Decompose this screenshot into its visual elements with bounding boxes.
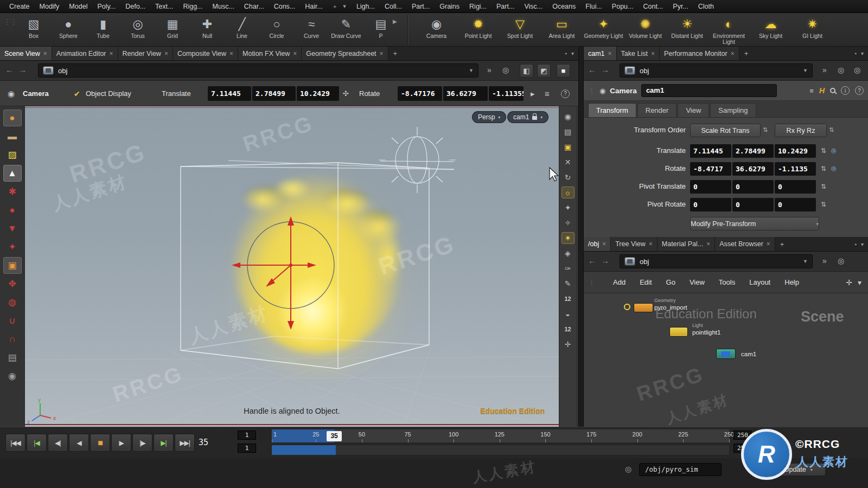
forward-icon[interactable]: → <box>601 65 609 74</box>
two-lights-icon[interactable]: ✦ <box>561 202 575 214</box>
camera-jump-icon[interactable]: ◉ <box>8 81 15 106</box>
global-end-field[interactable]: 250 <box>733 444 752 453</box>
menu-item[interactable]: Oceans <box>547 0 580 12</box>
path-dropdown-icon[interactable]: ▼ <box>803 68 808 73</box>
hq-lighting-icon[interactable]: ✶ <box>561 232 575 244</box>
select-tool-icon[interactable]: ▲ <box>3 165 22 182</box>
tab-obj-network[interactable]: /obj × <box>584 237 611 251</box>
shelf-grip[interactable]: ⋮⋮ <box>3 17 16 26</box>
shelf-tool[interactable]: ✦ Geometry Light <box>583 14 624 45</box>
shelf-overflow-icon[interactable]: ▶ <box>393 18 397 24</box>
menu-item[interactable]: Model <box>64 0 92 12</box>
menu-item[interactable]: Defo... <box>120 0 150 12</box>
shelf-tool[interactable]: ▮ Tube <box>86 14 120 39</box>
jump-start-button[interactable]: |◀◀ <box>5 434 25 452</box>
paint-tool-icon[interactable]: ✱ <box>3 183 22 200</box>
translate-z-field[interactable]: 10.2429 <box>775 144 816 158</box>
new-tab-button[interactable]: + <box>775 237 789 251</box>
pivot-translate-z-field[interactable]: 0 <box>775 180 816 194</box>
display-check-icon[interactable]: ✔ <box>74 89 80 98</box>
playback-range-bar[interactable] <box>271 445 730 455</box>
projection-menu[interactable]: Persp ▾ <box>472 111 506 123</box>
drawer-tool-icon[interactable]: ▤ <box>3 349 22 366</box>
pose-tool-icon[interactable]: ● <box>3 110 22 126</box>
menu-item[interactable]: Musc... <box>208 0 239 12</box>
shelf-tool[interactable]: ▭ Area Light <box>541 14 583 45</box>
sync-target-icon[interactable]: ◎ <box>854 66 860 74</box>
menu-view[interactable]: View <box>690 278 705 286</box>
pin-tool-icon[interactable]: ▼ <box>3 220 22 237</box>
update-mode-select[interactable]: Auto Update ▾ <box>755 463 826 476</box>
lock-view-icon[interactable]: ▣ <box>561 141 575 153</box>
menu-item[interactable]: Modify <box>35 0 65 12</box>
shelf-tool[interactable]: ○ Circle <box>259 14 294 39</box>
spinner-icon[interactable]: ⇅ <box>763 126 768 133</box>
follow-target-icon[interactable]: ◎ <box>838 256 844 265</box>
pointer-mode-icon[interactable]: ▸ <box>531 89 535 99</box>
global-start-field[interactable]: 1 <box>238 444 256 453</box>
tab-motion-fx-view[interactable]: Motion FX View × <box>238 47 302 60</box>
range-start-field[interactable]: 1 <box>238 431 256 440</box>
tab-scene-view[interactable]: Scene View × <box>0 47 52 60</box>
param-tab-sampling[interactable]: Sampling <box>710 103 756 117</box>
menu-item[interactable]: Poly... <box>92 0 120 12</box>
brush-icon[interactable]: ✑ <box>561 262 575 274</box>
shelf-tool[interactable]: ☀ Distant Light <box>666 14 708 45</box>
close-icon[interactable]: × <box>380 50 384 57</box>
path-dropdown-icon[interactable]: ▼ <box>803 259 808 264</box>
ladder-icon[interactable]: ⇅ <box>821 165 826 172</box>
node-name-field[interactable]: cam1 <box>641 84 777 97</box>
tab-cam1[interactable]: cam1 × <box>584 47 617 60</box>
shelf-tool[interactable]: ▦ Grid <box>155 14 190 39</box>
handles-icon[interactable]: ✛ <box>561 338 575 350</box>
menu-item[interactable]: Char... <box>239 0 269 12</box>
tab-take-list[interactable]: Take List × <box>617 47 660 60</box>
single-pane-button[interactable]: ■ <box>557 64 570 78</box>
shelf-tool[interactable]: ✹ Point Light <box>457 14 499 45</box>
tab-asset-browser[interactable]: Asset Browser × <box>715 237 775 251</box>
step-back-button[interactable]: ◀| <box>48 434 68 452</box>
pane-splitter[interactable] <box>578 47 584 427</box>
magnet-tool-icon[interactable]: ∪ <box>3 312 22 329</box>
follow-target-icon[interactable]: ◎ <box>838 66 844 74</box>
menu-item[interactable]: Visc... <box>519 0 547 12</box>
close-icon[interactable]: × <box>229 50 233 57</box>
menu-item[interactable]: Part... <box>407 0 435 12</box>
help-icon[interactable]: ? <box>855 86 864 95</box>
modify-pretransform-button[interactable]: Modify Pre-Transform ▾ <box>690 217 819 230</box>
sliders-icon[interactable]: ≡ <box>545 89 550 98</box>
shelf-tool[interactable]: ✚ Null <box>190 14 225 39</box>
ladder-icon[interactable]: ⇅ <box>821 183 826 190</box>
rotate-y-field[interactable]: 36.6279 <box>732 162 774 176</box>
path-field[interactable]: obj ▼ <box>38 63 478 78</box>
drag-grip-icon[interactable]: ⋮ <box>588 87 595 95</box>
view-camera-icon[interactable]: ◉ <box>561 111 575 123</box>
sticky-tool-icon[interactable]: ▨ <box>3 146 22 163</box>
param-tab-transform[interactable]: Transform <box>588 103 636 117</box>
tab-performance-monitor[interactable]: Performance Monitor × <box>660 47 739 60</box>
magnet2-tool-icon[interactable]: ∩ <box>3 331 22 348</box>
add-shelf-icon[interactable]: + <box>333 3 336 10</box>
shelf-tool[interactable]: ☁ Sky Light <box>750 14 792 45</box>
jump-end-button[interactable]: ▶▶| <box>175 434 195 452</box>
headlight-icon[interactable]: ☼ <box>561 187 575 198</box>
menu-edit[interactable]: Edit <box>640 278 652 286</box>
wrench-plus-icon[interactable]: ✛ <box>846 278 852 287</box>
material-icon[interactable]: ◈ <box>561 247 575 259</box>
collision-tool-icon[interactable]: ▣ <box>3 257 22 274</box>
pane-menu-caret-icon[interactable]: ▾ <box>861 50 864 56</box>
menu-layout[interactable]: Layout <box>749 278 770 286</box>
forward-icon[interactable]: → <box>18 65 27 74</box>
menu-item[interactable]: Part... <box>492 0 519 12</box>
menu-add[interactable]: Add <box>613 278 626 286</box>
menu-item[interactable]: Ligh... <box>352 0 380 12</box>
stop-button[interactable]: ■ <box>90 434 110 452</box>
translate-x-field[interactable]: 7.11445 <box>690 144 731 158</box>
ladder-icon[interactable]: ⇅ <box>821 201 826 208</box>
range-end-field[interactable]: 250 <box>733 431 752 440</box>
pen-icon[interactable]: ✎ <box>561 278 575 290</box>
shelf-tool[interactable]: ● Sphere <box>51 14 86 39</box>
ragdoll-tool-icon[interactable]: ✦ <box>3 239 22 255</box>
prev-keyframe-button[interactable]: |◀ <box>27 434 47 452</box>
cook-indicator-icon[interactable]: ◎ <box>625 465 631 473</box>
